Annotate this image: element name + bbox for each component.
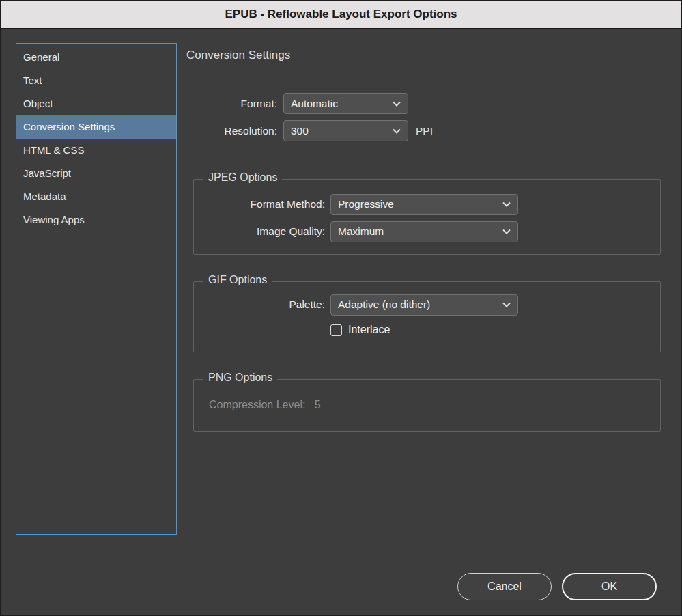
format-method-select-value: Progressive	[338, 198, 394, 210]
gif-options-group: GIF Options Palette: Adaptive (no dither…	[193, 281, 661, 352]
chevron-down-icon	[393, 101, 401, 107]
ok-button-label: OK	[601, 580, 617, 593]
sidebar-item-viewing-apps[interactable]: Viewing Apps	[16, 208, 176, 232]
interlace-checkbox[interactable]	[330, 324, 342, 336]
chevron-down-icon	[502, 302, 511, 307]
compression-level-value: 5	[315, 399, 321, 410]
dialog-title: EPUB - Reflowable Layout Export Options	[225, 8, 457, 21]
palette-select[interactable]: Adaptive (no dither)	[330, 294, 518, 316]
format-method-label: Format Method:	[194, 198, 325, 210]
ok-button[interactable]: OK	[562, 573, 657, 600]
palette-select-value: Adaptive (no dither)	[338, 298, 430, 311]
palette-label: Palette:	[194, 298, 325, 311]
chevron-down-icon	[502, 229, 511, 234]
png-options-group: PNG Options Compression Level: 5	[193, 379, 661, 432]
page-title: Conversion Settings	[186, 48, 290, 62]
jpeg-options-group: JPEG Options Format Method: Progressive …	[193, 179, 661, 255]
cancel-button-label: Cancel	[487, 580, 522, 593]
sidebar-item-text[interactable]: Text	[16, 69, 176, 92]
format-label: Format:	[186, 98, 277, 110]
sidebar-item-metadata[interactable]: Metadata	[16, 185, 176, 208]
sidebar-item-object[interactable]: Object	[16, 92, 176, 115]
resolution-label: Resolution:	[186, 125, 277, 137]
chevron-down-icon	[502, 201, 511, 207]
compression-level-label: Compression Level:	[209, 399, 305, 410]
resolution-unit-label: PPI	[416, 125, 433, 137]
format-select[interactable]: Automatic	[283, 93, 408, 114]
sidebar-item-html-css[interactable]: HTML & CSS	[16, 139, 176, 162]
resolution-select[interactable]: 300	[283, 120, 408, 141]
gif-options-legend: GIF Options	[203, 274, 272, 286]
format-method-select[interactable]: Progressive	[330, 194, 518, 215]
dialog-titlebar: EPUB - Reflowable Layout Export Options	[1, 1, 681, 29]
chevron-down-icon	[393, 128, 401, 134]
export-options-dialog: EPUB - Reflowable Layout Export Options …	[0, 0, 682, 616]
png-options-legend: PNG Options	[203, 372, 277, 384]
format-select-value: Automatic	[291, 98, 338, 110]
image-quality-select-value: Maximum	[338, 225, 384, 238]
cancel-button[interactable]: Cancel	[457, 573, 552, 600]
sidebar-section-list: General Text Object Conversion Settings …	[16, 43, 177, 535]
sidebar-item-javascript[interactable]: JavaScript	[16, 162, 176, 185]
jpeg-options-legend: JPEG Options	[203, 171, 282, 184]
interlace-label: Interlace	[348, 324, 390, 336]
image-quality-label: Image Quality:	[194, 225, 325, 238]
image-quality-select[interactable]: Maximum	[330, 221, 518, 242]
resolution-select-value: 300	[291, 125, 309, 137]
sidebar-item-conversion-settings[interactable]: Conversion Settings	[16, 115, 176, 139]
sidebar-item-general[interactable]: General	[16, 46, 176, 69]
